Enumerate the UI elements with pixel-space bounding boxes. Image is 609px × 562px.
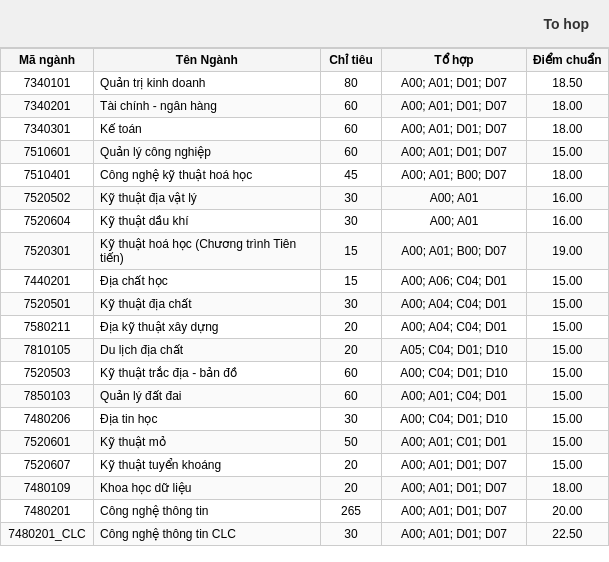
cell-ma: 7510601 <box>1 141 94 164</box>
cell-diem: 15.00 <box>526 362 608 385</box>
cell-chi: 30 <box>320 523 382 546</box>
cell-ma: 7520601 <box>1 431 94 454</box>
col-header-ma: Mã ngành <box>1 49 94 72</box>
cell-ten: Du lịch địa chất <box>94 339 321 362</box>
table-row: 7480201_CLCCông nghệ thông tin CLC30A00;… <box>1 523 609 546</box>
cell-ma: 7520503 <box>1 362 94 385</box>
cell-ma: 7480201_CLC <box>1 523 94 546</box>
cell-chi: 80 <box>320 72 382 95</box>
cell-ma: 7340101 <box>1 72 94 95</box>
cell-ma: 7520607 <box>1 454 94 477</box>
cell-chi: 20 <box>320 339 382 362</box>
table-header-row: Mã ngành Tên Ngành Chỉ tiêu Tổ hợp Điểm … <box>1 49 609 72</box>
cell-diem: 15.00 <box>526 339 608 362</box>
cell-ten: Kỹ thuật mỏ <box>94 431 321 454</box>
cell-diem: 15.00 <box>526 141 608 164</box>
cell-diem: 15.00 <box>526 408 608 431</box>
cell-ma: 7810105 <box>1 339 94 362</box>
cell-ma: 7340301 <box>1 118 94 141</box>
cell-ten: Công nghệ thông tin CLC <box>94 523 321 546</box>
cell-diem: 16.00 <box>526 187 608 210</box>
cell-diem: 16.00 <box>526 210 608 233</box>
table-row: 7510401Công nghệ kỹ thuật hoá học45A00; … <box>1 164 609 187</box>
cell-to: A00; A01; D01; D07 <box>382 454 526 477</box>
table-row: 7480109Khoa học dữ liệu20A00; A01; D01; … <box>1 477 609 500</box>
cell-to: A00; A01; B00; D07 <box>382 164 526 187</box>
cell-ten: Khoa học dữ liệu <box>94 477 321 500</box>
cell-diem: 15.00 <box>526 316 608 339</box>
cell-diem: 15.00 <box>526 270 608 293</box>
cell-to: A05; C04; D01; D10 <box>382 339 526 362</box>
cell-ma: 7520502 <box>1 187 94 210</box>
cell-chi: 45 <box>320 164 382 187</box>
cell-ma: 7480109 <box>1 477 94 500</box>
cell-chi: 20 <box>320 477 382 500</box>
cell-to: A00; A01; C01; D01 <box>382 431 526 454</box>
cell-to: A00; A04; C04; D01 <box>382 293 526 316</box>
cell-ma: 7440201 <box>1 270 94 293</box>
cell-to: A00; A01; C04; D01 <box>382 385 526 408</box>
table-row: 7340301Kế toán60A00; A01; D01; D0718.00 <box>1 118 609 141</box>
cell-diem: 18.00 <box>526 118 608 141</box>
cell-diem: 18.00 <box>526 95 608 118</box>
cell-diem: 18.50 <box>526 72 608 95</box>
cell-chi: 30 <box>320 408 382 431</box>
cell-to: A00; A01; D01; D07 <box>382 500 526 523</box>
cell-ma: 7520301 <box>1 233 94 270</box>
cell-to: A00; A01; D01; D07 <box>382 72 526 95</box>
cell-ten: Kỹ thuật địa chất <box>94 293 321 316</box>
cell-ten: Kỹ thuật dầu khí <box>94 210 321 233</box>
cell-ma: 7510401 <box>1 164 94 187</box>
cell-ten: Quản lý công nghiệp <box>94 141 321 164</box>
cell-to: A00; A01; D01; D07 <box>382 141 526 164</box>
cell-to: A00; A06; C04; D01 <box>382 270 526 293</box>
cell-ma: 7580211 <box>1 316 94 339</box>
cell-ten: Kế toán <box>94 118 321 141</box>
cell-to: A00; C04; D01; D10 <box>382 408 526 431</box>
col-header-chi: Chỉ tiêu <box>320 49 382 72</box>
table-row: 7850103Quản lý đất đai60A00; A01; C04; D… <box>1 385 609 408</box>
cell-diem: 15.00 <box>526 293 608 316</box>
cell-ten: Kỹ thuật địa vật lý <box>94 187 321 210</box>
cell-ten: Quản lý đất đai <box>94 385 321 408</box>
cell-diem: 18.00 <box>526 477 608 500</box>
cell-diem: 22.50 <box>526 523 608 546</box>
cell-chi: 60 <box>320 95 382 118</box>
cell-ma: 7340201 <box>1 95 94 118</box>
cell-chi: 60 <box>320 362 382 385</box>
cell-ma: 7850103 <box>1 385 94 408</box>
table-row: 7520501Kỹ thuật địa chất30A00; A04; C04;… <box>1 293 609 316</box>
cell-chi: 20 <box>320 316 382 339</box>
cell-ten: Quản trị kinh doanh <box>94 72 321 95</box>
col-header-to: Tổ hợp <box>382 49 526 72</box>
cell-chi: 60 <box>320 118 382 141</box>
main-table: Mã ngành Tên Ngành Chỉ tiêu Tổ hợp Điểm … <box>0 48 609 546</box>
table-row: 7520301Kỹ thuật hoá học (Chương trình Ti… <box>1 233 609 270</box>
table-row: 7340201Tài chính - ngân hàng60A00; A01; … <box>1 95 609 118</box>
cell-to: A00; A01 <box>382 187 526 210</box>
cell-ten: Tài chính - ngân hàng <box>94 95 321 118</box>
cell-to: A00; A01; D01; D07 <box>382 477 526 500</box>
cell-diem: 20.00 <box>526 500 608 523</box>
col-header-ten: Tên Ngành <box>94 49 321 72</box>
table-row: 7810105Du lịch địa chất20A05; C04; D01; … <box>1 339 609 362</box>
cell-ten: Địa kỹ thuật xây dựng <box>94 316 321 339</box>
cell-chi: 60 <box>320 385 382 408</box>
cell-diem: 19.00 <box>526 233 608 270</box>
cell-diem: 15.00 <box>526 454 608 477</box>
cell-ma: 7480206 <box>1 408 94 431</box>
cell-chi: 60 <box>320 141 382 164</box>
cell-ma: 7520501 <box>1 293 94 316</box>
header-bar: To hop <box>0 0 609 48</box>
table-row: 7340101Quản trị kinh doanh80A00; A01; D0… <box>1 72 609 95</box>
cell-chi: 20 <box>320 454 382 477</box>
table-row: 7520601Kỹ thuật mỏ50A00; A01; C01; D0115… <box>1 431 609 454</box>
cell-diem: 15.00 <box>526 385 608 408</box>
table-row: 7520502Kỹ thuật địa vật lý30A00; A0116.0… <box>1 187 609 210</box>
cell-ten: Công nghệ thông tin <box>94 500 321 523</box>
cell-chi: 30 <box>320 187 382 210</box>
table-row: 7580211Địa kỹ thuật xây dựng20A00; A04; … <box>1 316 609 339</box>
cell-to: A00; A01; D01; D07 <box>382 118 526 141</box>
cell-ten: Địa tin học <box>94 408 321 431</box>
cell-chi: 50 <box>320 431 382 454</box>
